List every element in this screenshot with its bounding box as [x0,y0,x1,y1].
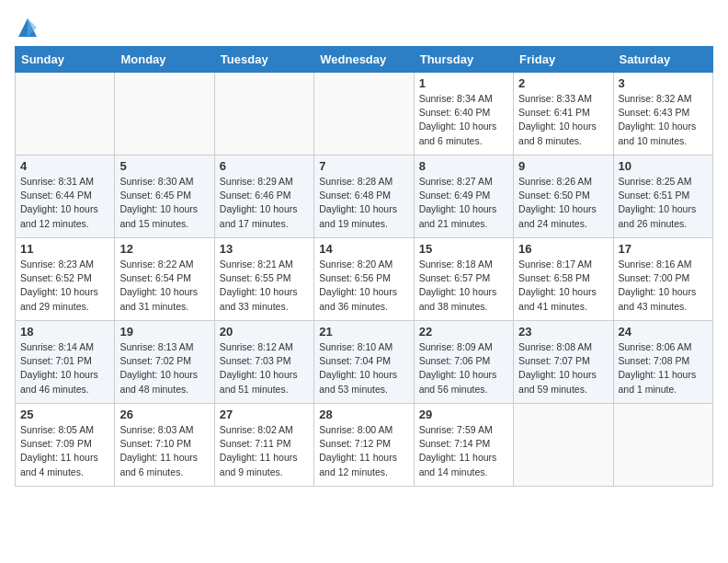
day-number: 12 [119,242,209,256]
day-info: Sunrise: 8:17 AM Sunset: 6:58 PM Dayligh… [518,258,608,314]
day-number: 17 [619,242,708,256]
day-number: 23 [518,325,608,339]
day-number: 5 [119,159,209,173]
calendar-cell: 20Sunrise: 8:12 AM Sunset: 7:03 PM Dayli… [214,321,313,404]
calendar-cell: 24Sunrise: 8:06 AM Sunset: 7:08 PM Dayli… [613,321,712,404]
header-saturday: Saturday [613,47,712,73]
day-info: Sunrise: 8:00 AM Sunset: 7:12 PM Dayligh… [319,423,408,479]
day-info: Sunrise: 8:21 AM Sunset: 6:55 PM Dayligh… [220,258,309,314]
logo [15,15,44,40]
calendar-cell: 3Sunrise: 8:32 AM Sunset: 6:43 PM Daylig… [613,73,712,155]
calendar-cell: 23Sunrise: 8:08 AM Sunset: 7:07 PM Dayli… [514,321,613,404]
calendar-cell: 21Sunrise: 8:10 AM Sunset: 7:04 PM Dayli… [314,321,414,404]
day-info: Sunrise: 8:31 AM Sunset: 6:44 PM Dayligh… [20,175,109,231]
day-number: 1 [419,76,508,90]
header-sunday: Sunday [16,47,115,73]
day-number: 3 [619,76,708,90]
calendar-week-3: 18Sunrise: 8:14 AM Sunset: 7:01 PM Dayli… [16,321,713,404]
calendar-cell [115,73,214,155]
day-number: 7 [319,159,408,173]
day-info: Sunrise: 8:13 AM Sunset: 7:02 PM Dayligh… [119,340,209,396]
day-number: 25 [20,408,109,421]
day-number: 22 [419,325,508,339]
day-number: 4 [20,159,109,173]
calendar-cell [613,404,712,487]
logo-icon [15,15,40,40]
calendar-cell: 19Sunrise: 8:13 AM Sunset: 7:02 PM Dayli… [115,321,214,404]
calendar-cell [16,73,115,155]
calendar-cell: 16Sunrise: 8:17 AM Sunset: 6:58 PM Dayli… [514,238,613,321]
calendar-cell: 22Sunrise: 8:09 AM Sunset: 7:06 PM Dayli… [414,321,513,404]
calendar-cell: 27Sunrise: 8:02 AM Sunset: 7:11 PM Dayli… [214,404,313,487]
day-number: 11 [20,242,109,256]
calendar-cell: 4Sunrise: 8:31 AM Sunset: 6:44 PM Daylig… [16,155,115,238]
day-number: 21 [319,325,408,339]
day-info: Sunrise: 8:18 AM Sunset: 6:57 PM Dayligh… [419,258,508,314]
day-info: Sunrise: 8:32 AM Sunset: 6:43 PM Dayligh… [619,92,708,148]
calendar-cell: 15Sunrise: 8:18 AM Sunset: 6:57 PM Dayli… [414,238,513,321]
day-info: Sunrise: 8:28 AM Sunset: 6:48 PM Dayligh… [319,175,408,231]
calendar-cell: 2Sunrise: 8:33 AM Sunset: 6:41 PM Daylig… [514,73,613,155]
day-number: 6 [220,159,309,173]
calendar-cell: 1Sunrise: 8:34 AM Sunset: 6:40 PM Daylig… [414,73,513,155]
day-number: 8 [419,159,508,173]
day-info: Sunrise: 8:30 AM Sunset: 6:45 PM Dayligh… [119,175,209,231]
day-info: Sunrise: 8:27 AM Sunset: 6:49 PM Dayligh… [419,175,508,231]
day-number: 27 [220,408,309,421]
day-number: 14 [319,242,408,256]
calendar-cell: 9Sunrise: 8:26 AM Sunset: 6:50 PM Daylig… [514,155,613,238]
day-info: Sunrise: 8:03 AM Sunset: 7:10 PM Dayligh… [119,423,209,479]
calendar-cell: 26Sunrise: 8:03 AM Sunset: 7:10 PM Dayli… [115,404,214,487]
day-number: 9 [518,159,608,173]
day-number: 13 [220,242,309,256]
calendar-header-row: SundayMondayTuesdayWednesdayThursdayFrid… [16,47,713,73]
header-thursday: Thursday [414,47,513,73]
day-number: 24 [619,325,708,339]
day-number: 15 [419,242,508,256]
calendar-week-2: 11Sunrise: 8:23 AM Sunset: 6:52 PM Dayli… [16,238,713,321]
day-number: 26 [119,408,209,421]
calendar-cell: 10Sunrise: 8:25 AM Sunset: 6:51 PM Dayli… [613,155,712,238]
day-number: 10 [619,159,708,173]
calendar-cell: 12Sunrise: 8:22 AM Sunset: 6:54 PM Dayli… [115,238,214,321]
day-info: Sunrise: 8:14 AM Sunset: 7:01 PM Dayligh… [20,340,109,396]
calendar-cell: 6Sunrise: 8:29 AM Sunset: 6:46 PM Daylig… [214,155,313,238]
day-info: Sunrise: 8:16 AM Sunset: 7:00 PM Dayligh… [619,258,708,314]
day-info: Sunrise: 8:34 AM Sunset: 6:40 PM Dayligh… [419,92,508,148]
calendar-cell: 11Sunrise: 8:23 AM Sunset: 6:52 PM Dayli… [16,238,115,321]
header-wednesday: Wednesday [314,47,414,73]
calendar-cell [214,73,313,155]
calendar-cell: 28Sunrise: 8:00 AM Sunset: 7:12 PM Dayli… [314,404,414,487]
calendar-cell: 17Sunrise: 8:16 AM Sunset: 7:00 PM Dayli… [613,238,712,321]
calendar-cell: 5Sunrise: 8:30 AM Sunset: 6:45 PM Daylig… [115,155,214,238]
calendar-cell [514,404,613,487]
day-info: Sunrise: 8:22 AM Sunset: 6:54 PM Dayligh… [119,258,209,314]
day-info: Sunrise: 8:25 AM Sunset: 6:51 PM Dayligh… [619,175,708,231]
calendar-cell: 7Sunrise: 8:28 AM Sunset: 6:48 PM Daylig… [314,155,414,238]
page-header [15,15,713,40]
day-info: Sunrise: 8:10 AM Sunset: 7:04 PM Dayligh… [319,340,408,396]
calendar-table: SundayMondayTuesdayWednesdayThursdayFrid… [15,46,713,487]
header-friday: Friday [514,47,613,73]
calendar-cell: 29Sunrise: 7:59 AM Sunset: 7:14 PM Dayli… [414,404,513,487]
day-info: Sunrise: 8:05 AM Sunset: 7:09 PM Dayligh… [20,423,109,479]
day-info: Sunrise: 8:06 AM Sunset: 7:08 PM Dayligh… [619,340,708,396]
calendar-week-4: 25Sunrise: 8:05 AM Sunset: 7:09 PM Dayli… [16,404,713,487]
day-number: 2 [518,76,608,90]
day-number: 18 [20,325,109,339]
day-info: Sunrise: 8:26 AM Sunset: 6:50 PM Dayligh… [518,175,608,231]
calendar-cell: 8Sunrise: 8:27 AM Sunset: 6:49 PM Daylig… [414,155,513,238]
calendar-cell: 13Sunrise: 8:21 AM Sunset: 6:55 PM Dayli… [214,238,313,321]
day-info: Sunrise: 8:23 AM Sunset: 6:52 PM Dayligh… [20,258,109,314]
calendar-cell: 14Sunrise: 8:20 AM Sunset: 6:56 PM Dayli… [314,238,414,321]
calendar-cell [314,73,414,155]
calendar-cell: 25Sunrise: 8:05 AM Sunset: 7:09 PM Dayli… [16,404,115,487]
day-info: Sunrise: 8:02 AM Sunset: 7:11 PM Dayligh… [220,423,309,479]
day-info: Sunrise: 8:08 AM Sunset: 7:07 PM Dayligh… [518,340,608,396]
day-number: 16 [518,242,608,256]
day-info: Sunrise: 8:33 AM Sunset: 6:41 PM Dayligh… [518,92,608,148]
day-info: Sunrise: 7:59 AM Sunset: 7:14 PM Dayligh… [419,423,508,479]
header-monday: Monday [115,47,214,73]
day-number: 29 [419,408,508,421]
day-number: 28 [319,408,408,421]
